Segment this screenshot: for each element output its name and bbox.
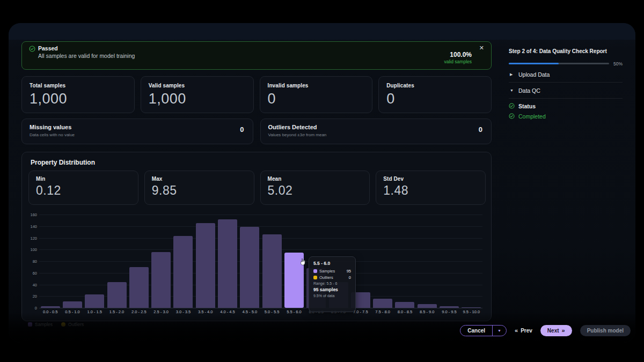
plot-area[interactable]: 020406080100120140160 — [39, 215, 482, 308]
tooltip-samples: 95 samples — [313, 287, 351, 292]
gridline — [39, 308, 482, 308]
histogram-bar[interactable] — [129, 267, 149, 308]
stat-card-total-samples: Total samples 1,000 — [21, 76, 135, 113]
tooltip-range: Range: 5.5 - 6 — [313, 282, 351, 285]
prev-button[interactable]: « Prev — [515, 327, 532, 334]
histogram-slot[interactable] — [371, 215, 393, 308]
stat-value: 1.48 — [383, 183, 478, 198]
footer-actions: Cancel ▼ « Prev Next » Publish model — [460, 324, 631, 336]
histogram-bar[interactable] — [63, 301, 82, 308]
histogram-bar[interactable] — [173, 236, 193, 308]
histogram-bar[interactable] — [262, 234, 282, 308]
valid-percent: 100.0% — [450, 51, 472, 58]
progress-track — [509, 63, 609, 64]
histogram-bar[interactable] — [41, 306, 60, 308]
x-axis-label: 1.0 - 1.5 — [84, 309, 106, 314]
legend-outliers[interactable]: Outliers — [61, 322, 84, 327]
stat-card-invalid-samples: Invalid samples 0 — [260, 76, 373, 113]
legend-label: Outliers — [68, 322, 84, 327]
histogram-slot[interactable] — [106, 215, 128, 308]
x-axis-label: 9.0 - 9.5 — [438, 309, 460, 314]
publish-model-button[interactable]: Publish model — [580, 325, 631, 336]
stat-value: 0 — [479, 125, 482, 134]
tooltip-value: 0 — [349, 275, 351, 280]
histogram-slot[interactable] — [61, 215, 83, 308]
stat-card-max: Max 9.85 — [144, 171, 254, 205]
sidebar-item-data-qc[interactable]: ▼ Data QC — [509, 83, 623, 98]
window-titlebar — [9, 23, 635, 40]
histogram-bar[interactable] — [440, 306, 459, 308]
histogram-bar[interactable] — [151, 252, 171, 308]
status-badge: Completed — [509, 110, 623, 122]
histogram-slot[interactable] — [460, 215, 482, 308]
stat-cards-row: Total samples 1,000 Valid samples 1,000 … — [21, 76, 492, 113]
status-label: Status — [518, 103, 536, 109]
histogram-slot[interactable] — [194, 215, 216, 308]
histogram-slot[interactable] — [239, 215, 261, 308]
y-axis-tick: 80 — [27, 259, 37, 264]
histogram-slot[interactable] — [84, 215, 106, 308]
histogram-slot[interactable] — [216, 215, 238, 308]
bar-group — [39, 215, 482, 308]
check-circle-icon — [509, 103, 515, 109]
close-icon[interactable]: ✕ — [479, 45, 484, 51]
sidebar-item-upload-data[interactable]: ▶ Upload Data — [509, 67, 623, 82]
hand-cursor-icon — [298, 258, 306, 266]
stat-value: 0.12 — [36, 183, 131, 198]
x-axis-label: 4.5 - 5.0 — [239, 309, 261, 314]
histogram-slot[interactable] — [128, 215, 150, 308]
stat-card-missing-values: Missing values Data cells with no value … — [21, 119, 253, 144]
x-axis-label: 8.5 - 9.0 — [416, 309, 438, 314]
histogram-bar[interactable] — [395, 302, 414, 308]
stat-label: Total samples — [30, 83, 127, 88]
outliers-swatch — [313, 276, 317, 279]
x-axis-label: 0.5 - 1.0 — [61, 309, 83, 314]
double-chevron-right-icon: » — [562, 327, 565, 334]
x-axis-label: 1.5 - 2.0 — [106, 309, 128, 314]
property-distribution-card: Property Distribution Min 0.12 Max 9.85 … — [21, 152, 492, 321]
histogram-slot[interactable] — [39, 215, 61, 308]
histogram-bar[interactable] — [107, 282, 127, 308]
histogram-slot[interactable] — [261, 215, 283, 308]
histogram-slot[interactable] — [172, 215, 194, 308]
histogram-bar[interactable] — [196, 223, 215, 308]
x-axis-labels: 0.0 - 0.50.5 - 1.01.0 - 1.51.5 - 2.02.0 … — [39, 309, 482, 314]
x-axis-label: 3.5 - 4.0 — [194, 309, 216, 314]
distribution-stat-row: Min 0.12 Max 9.85 Mean 5.02 Std Dev 1.48 — [28, 171, 486, 205]
histogram-bar[interactable] — [373, 299, 392, 308]
histogram-bar[interactable] — [240, 227, 259, 308]
stat-wide-row: Missing values Data cells with no value … — [21, 119, 492, 144]
y-axis-tick: 140 — [27, 224, 37, 229]
outliers-swatch — [61, 322, 65, 327]
histogram-bar[interactable] — [218, 219, 237, 308]
check-circle-icon — [29, 46, 35, 52]
chevron-right-icon: ▶ — [510, 72, 514, 77]
histogram-slot[interactable] — [150, 215, 172, 308]
histogram-bar[interactable] — [418, 304, 437, 308]
histogram-slot[interactable] — [394, 215, 416, 308]
prev-label: Prev — [521, 328, 532, 334]
histogram-bar[interactable] — [85, 294, 104, 308]
stat-label: Invalid samples — [268, 83, 365, 88]
cancel-button[interactable]: Cancel — [460, 326, 492, 336]
histogram-bar[interactable] — [462, 307, 481, 308]
stat-card-duplicates: Duplicates 0 — [378, 76, 492, 113]
stat-card-outliers-detected: Outliers Detected Values beyond ±3σ from… — [260, 119, 492, 144]
stat-label: Outliers Detected — [268, 124, 484, 130]
y-axis-tick: 20 — [27, 294, 37, 299]
x-axis-label: 0.0 - 0.5 — [39, 309, 61, 314]
x-axis-label: 9.5 - 10.0 — [460, 309, 482, 314]
stat-label: Min — [36, 176, 131, 182]
legend-samples[interactable]: Samples — [28, 322, 53, 327]
stat-label: Mean — [268, 176, 363, 182]
next-button[interactable]: Next » — [540, 325, 572, 336]
double-chevron-left-icon: « — [515, 327, 518, 334]
y-axis-tick: 40 — [27, 283, 37, 287]
y-axis-tick: 120 — [27, 236, 37, 241]
x-axis-label: 7.5 - 8.0 — [371, 309, 393, 314]
histogram-slot[interactable] — [438, 215, 460, 308]
cancel-split-button[interactable]: Cancel ▼ — [460, 325, 507, 336]
histogram-slot[interactable] — [416, 215, 438, 308]
chevron-down-icon[interactable]: ▼ — [493, 326, 506, 336]
sidebar-item-label: Data QC — [518, 87, 540, 94]
